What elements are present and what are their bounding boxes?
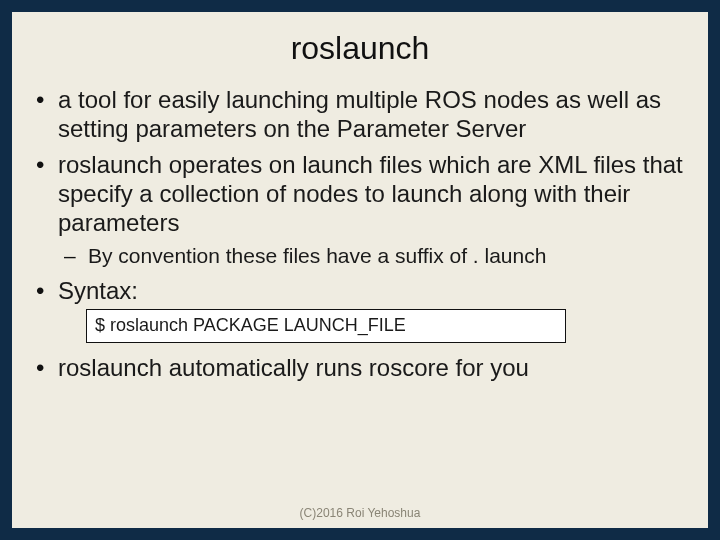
- slide-title: roslaunch: [30, 30, 690, 67]
- bullet-list: a tool for easily launching multiple ROS…: [30, 85, 690, 382]
- code-text: $ roslaunch PACKAGE LAUNCH_FILE: [95, 315, 406, 335]
- sub-bullet-text: By convention these files have a suffix …: [88, 244, 546, 267]
- bullet-item: roslaunch automatically runs roscore for…: [30, 353, 690, 382]
- sub-bullet-item: By convention these files have a suffix …: [58, 243, 690, 269]
- sub-bullet-list: By convention these files have a suffix …: [58, 243, 690, 269]
- bullet-text: roslaunch automatically runs roscore for…: [58, 354, 529, 381]
- bullet-item: a tool for easily launching multiple ROS…: [30, 85, 690, 144]
- slide: roslaunch a tool for easily launching mu…: [12, 12, 708, 528]
- bullet-text: Syntax:: [58, 277, 138, 304]
- bullet-item: roslaunch operates on launch files which…: [30, 150, 690, 270]
- bullet-text: a tool for easily launching multiple ROS…: [58, 86, 661, 142]
- bullet-item: Syntax: $ roslaunch PACKAGE LAUNCH_FILE: [30, 276, 690, 343]
- bullet-text: roslaunch operates on launch files which…: [58, 151, 683, 237]
- code-box: $ roslaunch PACKAGE LAUNCH_FILE: [86, 309, 566, 343]
- footer-copyright: (C)2016 Roi Yehoshua: [12, 506, 708, 520]
